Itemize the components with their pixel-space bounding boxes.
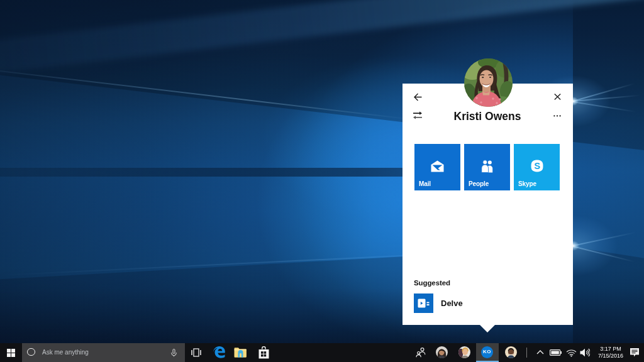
svg-text:S: S bbox=[534, 161, 540, 171]
